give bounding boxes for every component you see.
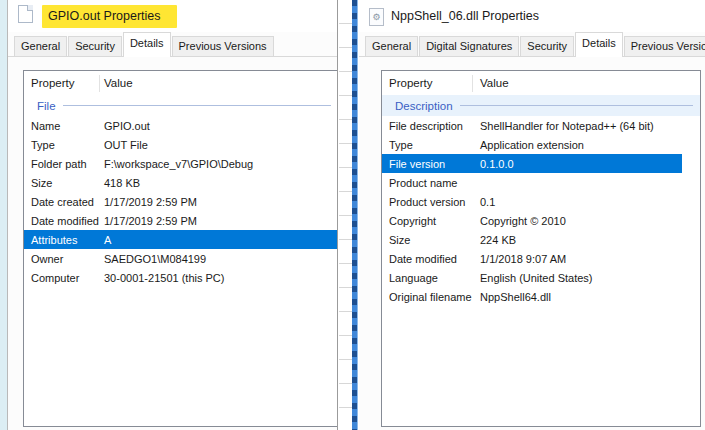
window-icon-wrap bbox=[18, 5, 33, 27]
list-header: Property Value bbox=[382, 71, 700, 95]
property-cell: Size bbox=[24, 177, 100, 189]
property-cell: Date modified bbox=[24, 215, 100, 227]
value-cell: 30-0001-21501 (this PC) bbox=[100, 272, 224, 284]
row-type[interactable]: TypeOUT File bbox=[24, 135, 338, 154]
value-cell: A bbox=[100, 234, 111, 246]
document-icon bbox=[18, 5, 33, 23]
value-cell: SAEDGO1\M084199 bbox=[100, 253, 206, 265]
row-attributes-selected[interactable]: AttributesA bbox=[24, 230, 338, 249]
value-cell: English (United States) bbox=[473, 272, 593, 284]
property-cell: Folder path bbox=[24, 158, 100, 170]
group-header-description: Description bbox=[382, 95, 700, 116]
value-cell: 0.1.0.0 bbox=[473, 158, 514, 170]
property-cell: File version bbox=[382, 158, 473, 170]
row-copyright[interactable]: CopyrightCopyright © 2010 bbox=[382, 211, 700, 230]
tab-details[interactable]: Details bbox=[123, 32, 171, 57]
row-size[interactable]: Size224 KB bbox=[382, 230, 700, 249]
properties-dialog-gpio: GPIO.out Properties General Security Det… bbox=[7, 0, 338, 430]
value-cell: Application extension bbox=[473, 139, 584, 151]
property-cell: Date modified bbox=[382, 253, 473, 265]
tab-previous-versions[interactable]: Previous Versions bbox=[624, 36, 705, 56]
group-header-file: File bbox=[24, 95, 338, 116]
value-cell: 418 KB bbox=[100, 177, 140, 189]
column-header-value[interactable]: Value bbox=[473, 75, 509, 92]
window-icon-wrap: ⚙ bbox=[369, 6, 384, 27]
tab-previous-versions[interactable]: Previous Versions bbox=[172, 36, 274, 56]
property-cell: Owner bbox=[24, 253, 100, 265]
tab-details[interactable]: Details bbox=[575, 32, 623, 57]
property-cell: Copyright bbox=[382, 215, 473, 227]
background-grid bbox=[339, 0, 352, 430]
selection-marching-ants bbox=[352, 0, 358, 430]
value-cell: GPIO.out bbox=[100, 120, 150, 132]
property-cell: Type bbox=[382, 139, 473, 151]
row-file-version-selected[interactable]: File version0.1.0.0 bbox=[382, 154, 682, 173]
property-list[interactable]: Property Value File NameGPIO.out TypeOUT… bbox=[23, 70, 338, 427]
window-title: GPIO.out Properties bbox=[42, 5, 177, 28]
column-header-value[interactable]: Value bbox=[100, 75, 133, 92]
tab-bar: General Security Details Previous Versio… bbox=[8, 32, 337, 57]
row-original-filename[interactable]: Original filenameNppShell64.dll bbox=[382, 287, 700, 306]
value-cell: F:\workspace_v7\GPIO\Debug bbox=[100, 158, 253, 170]
row-file-description[interactable]: File descriptionShellHandler for Notepad… bbox=[382, 116, 700, 135]
property-cell: Attributes bbox=[24, 234, 100, 246]
value-cell: ShellHandler for Notepad++ (64 bit) bbox=[473, 120, 654, 132]
tab-bar: General Digital Signatures Security Deta… bbox=[359, 32, 705, 57]
group-label: Description bbox=[395, 100, 453, 112]
row-date-created[interactable]: Date created1/17/2019 2:59 PM bbox=[24, 192, 338, 211]
group-rule bbox=[460, 105, 693, 106]
value-cell: OUT File bbox=[100, 139, 148, 151]
value-cell: 1/17/2019 2:59 PM bbox=[100, 215, 197, 227]
row-name[interactable]: NameGPIO.out bbox=[24, 116, 338, 135]
row-size[interactable]: Size418 KB bbox=[24, 173, 338, 192]
row-type[interactable]: TypeApplication extension bbox=[382, 135, 700, 154]
property-cell: Name bbox=[24, 120, 100, 132]
property-cell: Size bbox=[382, 234, 473, 246]
value-cell: 0.1 bbox=[473, 196, 495, 208]
property-cell: Language bbox=[382, 272, 473, 284]
window-title: NppShell_06.dll Properties bbox=[391, 9, 539, 23]
property-list[interactable]: Property Value Description File descript… bbox=[381, 70, 701, 427]
value-cell: 1/1/2018 9:07 AM bbox=[473, 253, 566, 265]
row-computer[interactable]: Computer30-0001-21501 (this PC) bbox=[24, 268, 338, 287]
property-cell: Date created bbox=[24, 196, 100, 208]
group-rule bbox=[63, 105, 331, 106]
property-cell: Type bbox=[24, 139, 100, 151]
row-product-name[interactable]: Product name bbox=[382, 173, 700, 192]
property-cell: Product version bbox=[382, 196, 473, 208]
property-cell: Computer bbox=[24, 272, 100, 284]
tab-security[interactable]: Security bbox=[68, 36, 122, 56]
titlebar[interactable]: GPIO.out Properties bbox=[8, 0, 337, 32]
row-owner[interactable]: OwnerSAEDGO1\M084199 bbox=[24, 249, 338, 268]
screenshot-root: GPIO.out Properties General Security Det… bbox=[0, 0, 705, 430]
group-label: File bbox=[37, 100, 56, 112]
row-language[interactable]: LanguageEnglish (United States) bbox=[382, 268, 700, 287]
value-cell: 224 KB bbox=[473, 234, 516, 246]
column-header-property[interactable]: Property bbox=[382, 75, 473, 92]
list-header: Property Value bbox=[24, 71, 338, 95]
tab-general[interactable]: General bbox=[365, 36, 418, 56]
property-cell: Original filename bbox=[382, 291, 473, 303]
value-cell: NppShell64.dll bbox=[473, 291, 551, 303]
dll-gear-icon: ⚙ bbox=[369, 8, 384, 26]
row-date-modified[interactable]: Date modified1/17/2019 2:59 PM bbox=[24, 211, 338, 230]
row-folder-path[interactable]: Folder pathF:\workspace_v7\GPIO\Debug bbox=[24, 154, 338, 173]
row-date-modified[interactable]: Date modified1/1/2018 9:07 AM bbox=[382, 249, 700, 268]
property-cell: Product name bbox=[382, 177, 473, 189]
tab-security[interactable]: Security bbox=[520, 36, 574, 56]
value-cell: 1/17/2019 2:59 PM bbox=[100, 196, 197, 208]
row-product-version[interactable]: Product version0.1 bbox=[382, 192, 700, 211]
property-cell: File description bbox=[382, 120, 473, 132]
tab-digital-signatures[interactable]: Digital Signatures bbox=[419, 36, 519, 56]
tab-general[interactable]: General bbox=[14, 36, 67, 56]
value-cell: Copyright © 2010 bbox=[473, 215, 566, 227]
titlebar[interactable]: ⚙ NppShell_06.dll Properties bbox=[359, 0, 705, 32]
column-header-property[interactable]: Property bbox=[24, 75, 100, 92]
properties-dialog-nppshell: ⚙ NppShell_06.dll Properties General Dig… bbox=[359, 0, 705, 430]
